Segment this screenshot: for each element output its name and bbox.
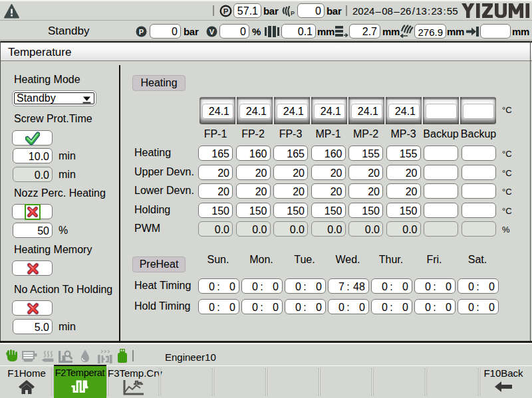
svg-text:V: V — [209, 28, 215, 36]
svg-text:P: P — [139, 28, 144, 36]
svg-text:P: P — [223, 7, 229, 15]
svg-text:P: P — [291, 10, 295, 17]
